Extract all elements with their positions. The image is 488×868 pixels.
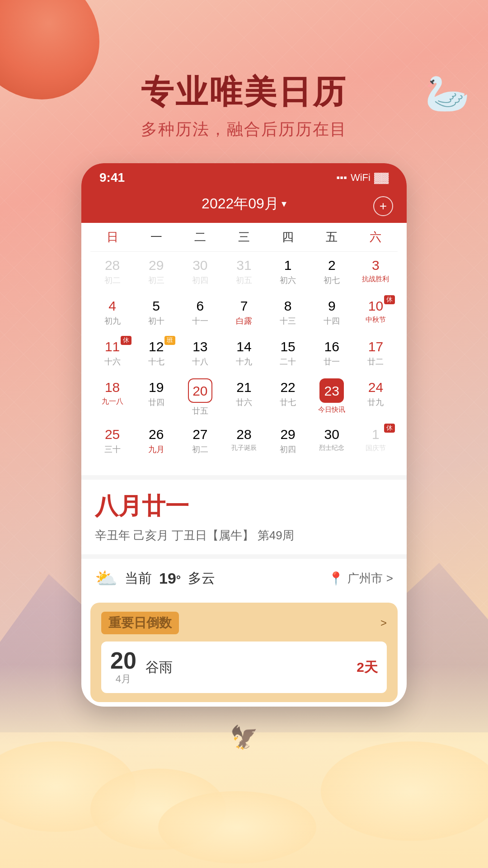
- day-31-prev[interactable]: 31 初五: [222, 252, 266, 292]
- weekday-header: 日 一 二 三 四 五 六: [90, 223, 398, 252]
- day-25[interactable]: 25 三十: [90, 421, 134, 462]
- day-29-prev[interactable]: 29 初三: [134, 252, 178, 292]
- weekday-sat: 六: [354, 229, 398, 245]
- countdown-days-left: 2天: [357, 658, 378, 677]
- status-icons: ▪▪▪ WiFi ▓▓: [337, 172, 389, 184]
- countdown-day-num: 20: [110, 649, 136, 672]
- lunar-date-big: 八月廿一: [95, 491, 393, 522]
- day-3[interactable]: 3 抗战胜利: [354, 252, 398, 292]
- day-29[interactable]: 29 初四: [266, 421, 310, 462]
- countdown-item[interactable]: 20 4月 谷雨 2天: [101, 642, 387, 693]
- day-22[interactable]: 22 廿七: [266, 374, 310, 421]
- day-27[interactable]: 27 初二: [178, 421, 222, 462]
- month-title: 2022年09月: [202, 194, 279, 214]
- day-7[interactable]: 7 白露: [222, 292, 266, 333]
- weekday-thu: 四: [266, 229, 310, 245]
- add-button[interactable]: +: [373, 196, 393, 216]
- day-8[interactable]: 8 十三: [266, 292, 310, 333]
- day-5[interactable]: 5 初十: [134, 292, 178, 333]
- lunar-info: 辛丑年 己亥月 丁丑日【属牛】 第49周: [95, 528, 393, 543]
- day-20[interactable]: 20 廿五: [178, 374, 222, 421]
- status-bar: 9:41 ▪▪▪ WiFi ▓▓: [81, 163, 407, 189]
- countdown-title: 重要日倒数: [101, 612, 179, 634]
- calendar-header: 2022年09月 ▾ +: [81, 189, 407, 223]
- countdown-panel[interactable]: 重要日倒数 > 20 4月 谷雨 2天: [90, 603, 398, 702]
- dropdown-icon[interactable]: ▾: [282, 198, 286, 210]
- countdown-header: 重要日倒数 >: [101, 612, 387, 634]
- cloud2: [90, 769, 226, 850]
- status-time: 9:41: [99, 170, 125, 185]
- weather-temperature: 19°: [159, 570, 181, 587]
- weekday-wed: 三: [222, 229, 266, 245]
- location-arrow: >: [386, 571, 393, 585]
- header-section: 专业唯美日历 多种历法，融合后历历在目: [0, 0, 488, 141]
- weekday-tue: 二: [178, 229, 222, 245]
- crane2-decoration: 🦅: [230, 724, 258, 750]
- countdown-month: 4月: [110, 672, 136, 686]
- day-21[interactable]: 21 廿六: [222, 374, 266, 421]
- weekday-mon: 一: [134, 229, 178, 245]
- day-9[interactable]: 9 十四: [310, 292, 354, 333]
- weather-location[interactable]: 📍 广州市 >: [328, 571, 393, 586]
- day-28-prev[interactable]: 28 初二: [90, 252, 134, 292]
- phone-mockup: 9:41 ▪▪▪ WiFi ▓▓ 2022年09月 ▾ + 日 一 二 三 四 …: [81, 163, 407, 707]
- weather-icon: ⛅: [95, 568, 117, 589]
- day-28[interactable]: 28 孔子诞辰: [222, 421, 266, 462]
- day-2[interactable]: 2 初七: [310, 252, 354, 292]
- calendar-grid: 28 初二 29 初三 30 初四 31 初五 1 初六 2 初七: [90, 252, 398, 462]
- day-30[interactable]: 30 烈士纪念: [310, 421, 354, 462]
- day-4[interactable]: 4 初九: [90, 292, 134, 333]
- day-30-prev[interactable]: 30 初四: [178, 252, 222, 292]
- day-19[interactable]: 19 廿四: [134, 374, 178, 421]
- weekday-fri: 五: [310, 229, 354, 245]
- city-name: 广州市: [347, 571, 383, 586]
- wifi-icon: WiFi: [351, 172, 371, 184]
- sub-title: 多种历法，融合后历历在目: [0, 118, 488, 141]
- day-11[interactable]: 休 11 十六: [90, 333, 134, 374]
- day-18[interactable]: 18 九一八: [90, 374, 134, 421]
- day-24[interactable]: 24 廿九: [354, 374, 398, 421]
- day-1[interactable]: 1 初六: [266, 252, 310, 292]
- signal-icon: ▪▪▪: [337, 172, 347, 184]
- cloud3: [321, 741, 488, 841]
- weather-panel[interactable]: ⛅ 当前 19° 多云 📍 广州市 >: [81, 554, 407, 598]
- day-26[interactable]: 26 九月: [134, 421, 178, 462]
- countdown-date: 20 4月: [110, 649, 136, 686]
- calendar-body: 日 一 二 三 四 五 六 28 初二 29 初三 30 初四: [81, 223, 407, 471]
- weather-left: ⛅ 当前 19° 多云: [95, 568, 215, 589]
- day-17[interactable]: 17 廿二: [354, 333, 398, 374]
- day-15[interactable]: 15 二十: [266, 333, 310, 374]
- info-panel: 八月廿一 辛丑年 己亥月 丁丑日【属牛】 第49周: [81, 475, 407, 554]
- cloud4: [158, 791, 316, 863]
- weekday-sun: 日: [90, 229, 134, 245]
- day-23-today[interactable]: 23 今日快讯: [310, 374, 354, 421]
- main-title: 专业唯美日历: [0, 72, 488, 111]
- day-1-next[interactable]: 休 1 国庆节: [354, 421, 398, 462]
- day-16[interactable]: 16 廿一: [310, 333, 354, 374]
- weather-condition: 多云: [188, 569, 215, 588]
- countdown-arrow[interactable]: >: [380, 617, 387, 629]
- countdown-event-name: 谷雨: [145, 658, 347, 677]
- day-12[interactable]: 班 12 十七: [134, 333, 178, 374]
- day-13[interactable]: 13 十八: [178, 333, 222, 374]
- cloud1: [0, 741, 136, 832]
- day-10[interactable]: 休 10 中秋节: [354, 292, 398, 333]
- battery-icon: ▓▓: [374, 172, 389, 184]
- location-icon: 📍: [328, 571, 344, 586]
- weather-prefix: 当前: [125, 569, 152, 588]
- day-14[interactable]: 14 十九: [222, 333, 266, 374]
- day-6[interactable]: 6 十一: [178, 292, 222, 333]
